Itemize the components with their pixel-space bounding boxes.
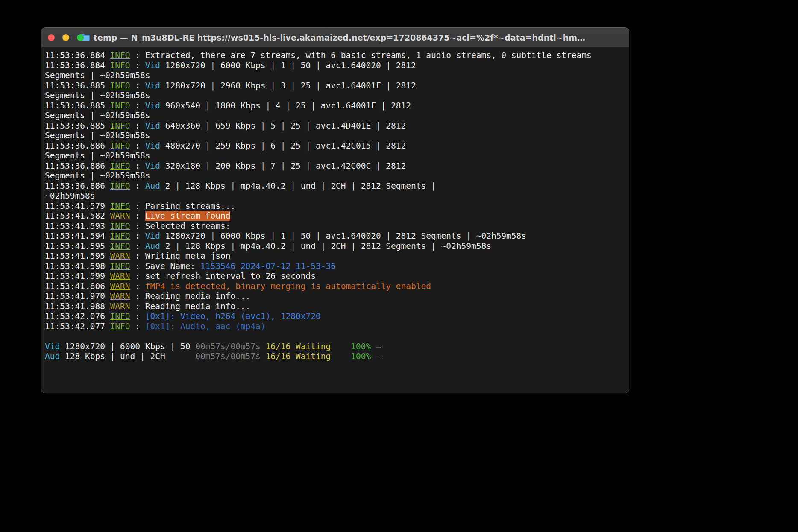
- terminal-line: 11:53:36.886 INFO : Vid 320x180 | 200 Kb…: [45, 161, 625, 171]
- terminal-line: 11:53:42.077 INFO : [0x1]: Audio, aac (m…: [45, 322, 625, 332]
- close-button[interactable]: [48, 34, 55, 41]
- terminal-window: temp — N_m3u8DL-RE https://ws015-hls-liv…: [41, 27, 629, 393]
- terminal-line: [45, 331, 625, 342]
- traffic-light-group: [48, 28, 84, 47]
- terminal-line: 11:53:36.884 INFO : Vid 1280x720 | 6000 …: [45, 61, 625, 71]
- terminal-line: 11:53:36.884 INFO : Extracted, there are…: [45, 50, 625, 61]
- terminal-line: Segments | ~02h59m58s: [45, 171, 625, 181]
- terminal-line: Segments | ~02h59m58s: [45, 111, 625, 121]
- zoom-button[interactable]: [77, 34, 84, 41]
- terminal-output[interactable]: 11:53:36.884 INFO : Extracted, there are…: [41, 47, 629, 393]
- terminal-line: 11:53:41.599 WARN : set refresh interval…: [45, 271, 625, 281]
- terminal-line: 11:53:42.076 INFO : [0x1]: Video, h264 (…: [45, 311, 625, 322]
- terminal-line: 11:53:36.886 INFO : Vid 480x270 | 259 Kb…: [45, 141, 625, 151]
- window-titlebar[interactable]: temp — N_m3u8DL-RE https://ws015-hls-liv…: [41, 28, 629, 47]
- terminal-line: Vid 1280x720 | 6000 Kbps | 50 00m57s/00m…: [45, 342, 625, 352]
- window-title: temp — N_m3u8DL-RE https://ws015-hls-liv…: [94, 33, 590, 42]
- terminal-line: 11:53:41.988 WARN : Reading media info..…: [45, 301, 625, 312]
- terminal-line: Segments | ~02h59m58s: [45, 151, 625, 161]
- terminal-line: Segments | ~02h59m58s: [45, 70, 625, 81]
- terminal-line: Segments | ~02h59m58s: [45, 131, 625, 141]
- terminal-line: 11:53:41.595 WARN : Writing meta json: [45, 251, 625, 261]
- terminal-line: 11:53:41.582 WARN : Live stream found: [45, 211, 625, 221]
- terminal-line: Aud 128 Kbps | und | 2CH 00m57s/00m57s 1…: [45, 351, 625, 362]
- terminal-line: 11:53:41.806 WARN : fMP4 is detected, bi…: [45, 281, 625, 292]
- terminal-line: 11:53:41.594 INFO : Vid 1280x720 | 6000 …: [45, 231, 625, 241]
- terminal-line: 11:53:36.885 INFO : Vid 640x360 | 659 Kb…: [45, 121, 625, 131]
- terminal-line: 11:53:41.593 INFO : Selected streams:: [45, 221, 625, 231]
- terminal-line: 11:53:41.970 WARN : Reading media info..…: [45, 291, 625, 301]
- terminal-line: 11:53:36.886 INFO : Aud 2 | 128 Kbps | m…: [45, 181, 625, 191]
- terminal-line: ~02h59m58s: [45, 191, 625, 201]
- terminal-line: 11:53:41.595 INFO : Aud 2 | 128 Kbps | m…: [45, 241, 625, 251]
- terminal-line: 11:53:41.598 INFO : Save Name: 1153546_2…: [45, 261, 625, 272]
- minimize-button[interactable]: [62, 34, 69, 41]
- terminal-line: 11:53:36.885 INFO : Vid 960x540 | 1800 K…: [45, 101, 625, 111]
- window-title-group: temp — N_m3u8DL-RE https://ws015-hls-liv…: [41, 33, 629, 42]
- terminal-line: 11:53:41.579 INFO : Parsing streams...: [45, 201, 625, 211]
- terminal-line: Segments | ~02h59m58s: [45, 91, 625, 101]
- terminal-line: 11:53:36.885 INFO : Vid 1280x720 | 2960 …: [45, 81, 625, 91]
